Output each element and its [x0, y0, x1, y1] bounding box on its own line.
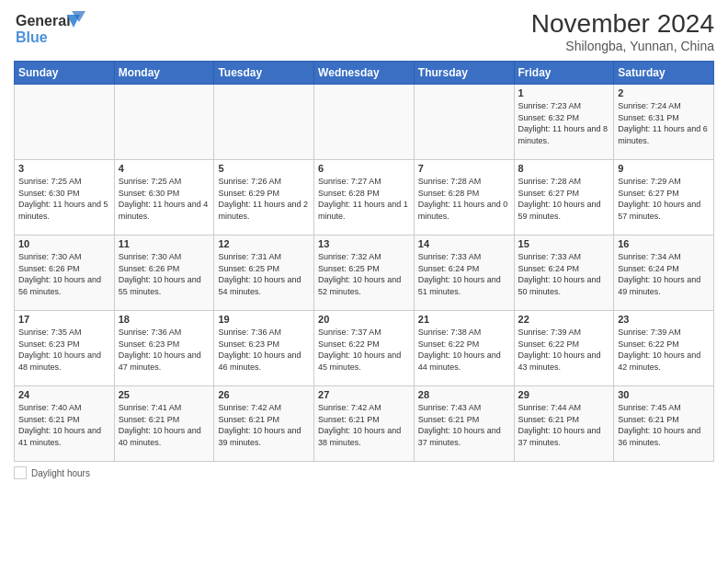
- calendar-cell: 11Sunrise: 7:30 AM Sunset: 6:26 PM Dayli…: [114, 236, 214, 311]
- calendar-cell: 26Sunrise: 7:42 AM Sunset: 6:21 PM Dayli…: [214, 386, 314, 462]
- svg-text:Blue: Blue: [16, 29, 48, 45]
- calendar-cell: 14Sunrise: 7:33 AM Sunset: 6:24 PM Dayli…: [414, 236, 514, 311]
- calendar-cell: [114, 85, 214, 160]
- day-number: 11: [119, 238, 210, 249]
- col-tuesday: Tuesday: [214, 62, 314, 85]
- day-number: 14: [418, 238, 510, 249]
- legend: Daylight hours: [14, 466, 714, 479]
- day-info: Sunrise: 7:24 AM Sunset: 6:31 PM Dayligh…: [618, 100, 710, 146]
- day-info: Sunrise: 7:38 AM Sunset: 6:22 PM Dayligh…: [418, 327, 510, 373]
- month-title: November 2024: [531, 9, 714, 39]
- legend-box: [14, 466, 27, 479]
- calendar-week-4: 17Sunrise: 7:35 AM Sunset: 6:23 PM Dayli…: [15, 311, 714, 386]
- day-number: 24: [18, 389, 110, 400]
- day-info: Sunrise: 7:42 AM Sunset: 6:21 PM Dayligh…: [318, 402, 410, 448]
- day-number: 9: [618, 163, 710, 174]
- day-number: 7: [418, 163, 510, 174]
- day-info: Sunrise: 7:39 AM Sunset: 6:22 PM Dayligh…: [618, 327, 710, 373]
- day-info: Sunrise: 7:33 AM Sunset: 6:24 PM Dayligh…: [418, 251, 510, 297]
- calendar-cell: 24Sunrise: 7:40 AM Sunset: 6:21 PM Dayli…: [15, 386, 115, 462]
- day-number: 8: [518, 163, 610, 174]
- calendar-cell: 18Sunrise: 7:36 AM Sunset: 6:23 PM Dayli…: [114, 311, 214, 386]
- logo: GeneralBlue: [14, 9, 87, 46]
- day-number: 22: [518, 314, 610, 325]
- page: GeneralBlue November 2024 Shilongba, Yun…: [0, 0, 728, 563]
- header-row: Sunday Monday Tuesday Wednesday Thursday…: [15, 62, 714, 85]
- day-info: Sunrise: 7:28 AM Sunset: 6:28 PM Dayligh…: [418, 176, 510, 222]
- day-number: 28: [418, 389, 510, 400]
- day-info: Sunrise: 7:32 AM Sunset: 6:25 PM Dayligh…: [318, 251, 410, 297]
- calendar-cell: 7Sunrise: 7:28 AM Sunset: 6:28 PM Daylig…: [414, 160, 514, 236]
- day-info: Sunrise: 7:43 AM Sunset: 6:21 PM Dayligh…: [418, 402, 510, 448]
- day-number: 15: [518, 238, 610, 249]
- calendar-cell: 19Sunrise: 7:36 AM Sunset: 6:23 PM Dayli…: [214, 311, 314, 386]
- day-info: Sunrise: 7:39 AM Sunset: 6:22 PM Dayligh…: [518, 327, 610, 373]
- calendar-week-1: 1Sunrise: 7:23 AM Sunset: 6:32 PM Daylig…: [15, 85, 714, 160]
- col-friday: Friday: [514, 62, 614, 85]
- calendar-week-3: 10Sunrise: 7:30 AM Sunset: 6:26 PM Dayli…: [15, 236, 714, 311]
- day-number: 17: [18, 314, 110, 325]
- day-number: 25: [119, 389, 210, 400]
- calendar-cell: 4Sunrise: 7:25 AM Sunset: 6:30 PM Daylig…: [114, 160, 214, 236]
- day-info: Sunrise: 7:30 AM Sunset: 6:26 PM Dayligh…: [18, 251, 110, 297]
- day-info: Sunrise: 7:28 AM Sunset: 6:27 PM Dayligh…: [518, 176, 610, 222]
- calendar-cell: 28Sunrise: 7:43 AM Sunset: 6:21 PM Dayli…: [414, 386, 514, 462]
- calendar-cell: 29Sunrise: 7:44 AM Sunset: 6:21 PM Dayli…: [514, 386, 614, 462]
- day-number: 27: [318, 389, 410, 400]
- day-number: 12: [218, 238, 310, 249]
- calendar-cell: [314, 85, 415, 160]
- day-info: Sunrise: 7:36 AM Sunset: 6:23 PM Dayligh…: [218, 327, 310, 373]
- day-number: 10: [18, 238, 110, 249]
- col-thursday: Thursday: [414, 62, 514, 85]
- day-info: Sunrise: 7:35 AM Sunset: 6:23 PM Dayligh…: [18, 327, 110, 373]
- calendar-cell: 17Sunrise: 7:35 AM Sunset: 6:23 PM Dayli…: [15, 311, 115, 386]
- svg-text:General: General: [16, 13, 71, 29]
- calendar-header: Sunday Monday Tuesday Wednesday Thursday…: [15, 62, 714, 85]
- calendar-cell: 25Sunrise: 7:41 AM Sunset: 6:21 PM Dayli…: [114, 386, 214, 462]
- col-saturday: Saturday: [614, 62, 714, 85]
- day-info: Sunrise: 7:33 AM Sunset: 6:24 PM Dayligh…: [518, 251, 610, 297]
- day-info: Sunrise: 7:40 AM Sunset: 6:21 PM Dayligh…: [18, 402, 110, 448]
- calendar-week-5: 24Sunrise: 7:40 AM Sunset: 6:21 PM Dayli…: [15, 386, 714, 462]
- day-info: Sunrise: 7:29 AM Sunset: 6:27 PM Dayligh…: [618, 176, 710, 222]
- location-subtitle: Shilongba, Yunnan, China: [531, 39, 714, 53]
- day-number: 29: [518, 389, 610, 400]
- day-number: 4: [119, 163, 210, 174]
- calendar-cell: 3Sunrise: 7:25 AM Sunset: 6:30 PM Daylig…: [15, 160, 115, 236]
- calendar-cell: 23Sunrise: 7:39 AM Sunset: 6:22 PM Dayli…: [614, 311, 714, 386]
- day-info: Sunrise: 7:27 AM Sunset: 6:28 PM Dayligh…: [318, 176, 410, 222]
- day-number: 13: [318, 238, 410, 249]
- day-info: Sunrise: 7:36 AM Sunset: 6:23 PM Dayligh…: [119, 327, 210, 373]
- calendar-cell: 5Sunrise: 7:26 AM Sunset: 6:29 PM Daylig…: [214, 160, 314, 236]
- day-number: 6: [318, 163, 410, 174]
- calendar-cell: 1Sunrise: 7:23 AM Sunset: 6:32 PM Daylig…: [514, 85, 614, 160]
- logo-icon: GeneralBlue: [14, 9, 87, 46]
- calendar-cell: 22Sunrise: 7:39 AM Sunset: 6:22 PM Dayli…: [514, 311, 614, 386]
- day-number: 18: [119, 314, 210, 325]
- day-number: 21: [418, 314, 510, 325]
- day-info: Sunrise: 7:42 AM Sunset: 6:21 PM Dayligh…: [218, 402, 310, 448]
- calendar-week-2: 3Sunrise: 7:25 AM Sunset: 6:30 PM Daylig…: [15, 160, 714, 236]
- day-info: Sunrise: 7:25 AM Sunset: 6:30 PM Dayligh…: [18, 176, 110, 222]
- day-info: Sunrise: 7:31 AM Sunset: 6:25 PM Dayligh…: [218, 251, 310, 297]
- header: GeneralBlue November 2024 Shilongba, Yun…: [14, 9, 714, 53]
- calendar-cell: 20Sunrise: 7:37 AM Sunset: 6:22 PM Dayli…: [314, 311, 415, 386]
- calendar-cell: 15Sunrise: 7:33 AM Sunset: 6:24 PM Dayli…: [514, 236, 614, 311]
- day-info: Sunrise: 7:45 AM Sunset: 6:21 PM Dayligh…: [618, 402, 710, 448]
- day-number: 3: [18, 163, 110, 174]
- title-block: November 2024 Shilongba, Yunnan, China: [531, 9, 714, 53]
- calendar-cell: 13Sunrise: 7:32 AM Sunset: 6:25 PM Dayli…: [314, 236, 415, 311]
- day-info: Sunrise: 7:23 AM Sunset: 6:32 PM Dayligh…: [518, 100, 610, 146]
- calendar-cell: 9Sunrise: 7:29 AM Sunset: 6:27 PM Daylig…: [614, 160, 714, 236]
- calendar-cell: 27Sunrise: 7:42 AM Sunset: 6:21 PM Dayli…: [314, 386, 415, 462]
- day-info: Sunrise: 7:25 AM Sunset: 6:30 PM Dayligh…: [119, 176, 210, 222]
- day-number: 1: [518, 87, 610, 98]
- day-info: Sunrise: 7:44 AM Sunset: 6:21 PM Dayligh…: [518, 402, 610, 448]
- legend-label: Daylight hours: [31, 468, 90, 478]
- day-number: 23: [618, 314, 710, 325]
- day-info: Sunrise: 7:30 AM Sunset: 6:26 PM Dayligh…: [119, 251, 210, 297]
- col-wednesday: Wednesday: [314, 62, 415, 85]
- calendar-table: Sunday Monday Tuesday Wednesday Thursday…: [14, 61, 714, 462]
- day-number: 30: [618, 389, 710, 400]
- calendar-cell: 12Sunrise: 7:31 AM Sunset: 6:25 PM Dayli…: [214, 236, 314, 311]
